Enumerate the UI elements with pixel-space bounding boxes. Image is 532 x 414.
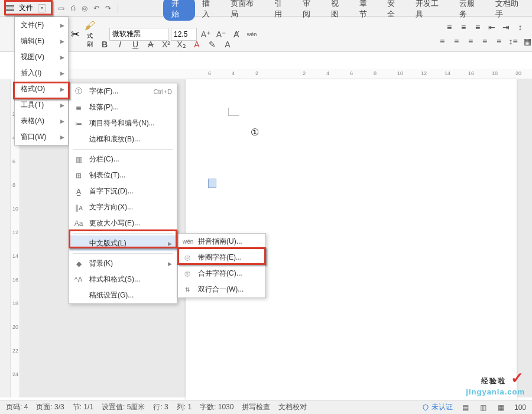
format-menu-item[interactable]: A̲首字下沉(D)...: [69, 183, 177, 199]
status-line[interactable]: 行: 3: [153, 402, 168, 412]
chinese-layout-menu-item[interactable]: ㊫合并字符(C)...: [178, 266, 265, 282]
tab-start[interactable]: 开始: [163, 0, 195, 21]
strike-icon[interactable]: A: [144, 38, 157, 51]
embedded-doc-icon[interactable]: [208, 179, 216, 188]
format-menu-item[interactable]: 中文版式(L)▶: [69, 235, 177, 251]
view-mode-outline-icon[interactable]: ▥: [479, 403, 488, 412]
format-menu-item[interactable]: ᴬA样式和格式(S)...: [69, 271, 177, 287]
file-menu-item[interactable]: 窗口(W)▶: [15, 129, 68, 145]
format-submenu: Ⓣ字体(F)...Ctrl+D≣段落(P)...≔项目符号和编号(N)...边框…: [69, 83, 177, 304]
justify-icon[interactable]: ≡: [478, 35, 491, 48]
status-col[interactable]: 列: 1: [177, 402, 192, 412]
line-spacing-icon[interactable]: ↕≡: [507, 35, 520, 48]
tab-security[interactable]: 安全: [381, 0, 408, 22]
status-proof[interactable]: 文档校对: [278, 402, 307, 412]
status-setvalue[interactable]: 设置值: 5厘米: [102, 402, 145, 412]
underline-icon[interactable]: U: [129, 38, 142, 51]
print-icon[interactable]: ⎙: [68, 4, 77, 13]
tab-doc-assistant[interactable]: 文档助手: [489, 0, 532, 22]
shading-icon[interactable]: ▦: [521, 35, 532, 48]
chinese-layout-submenu: wén拼音指南(U)...㊥带圈字符(E)...㊫合并字符(C)...⇅双行合一…: [177, 233, 266, 298]
align-left-icon[interactable]: ≡: [436, 35, 449, 48]
file-menu-dropdown-icon[interactable]: ▾: [38, 4, 46, 12]
watermark: 经验啦 ✓ jingyanla.com: [466, 369, 525, 396]
chinese-layout-menu-item[interactable]: wén拼音指南(U)...: [178, 234, 265, 250]
show-marks-icon[interactable]: ¶: [528, 21, 532, 34]
status-spell[interactable]: 拼写检查: [242, 402, 270, 412]
file-menu-item[interactable]: 工具(T)▶: [15, 97, 68, 113]
align-right-icon[interactable]: ≡: [464, 35, 477, 48]
divider: [118, 4, 118, 13]
format-menu-item[interactable]: Aa更改大小写(E)...: [69, 215, 177, 231]
format-menu-item[interactable]: ◆背景(K)▶: [69, 255, 177, 271]
format-painter-label[interactable]: 式刷: [85, 32, 95, 48]
format-menu-item[interactable]: ‖ᴀ文字方向(X)...: [69, 199, 177, 215]
format-menu-item[interactable]: ⊞制表位(T)...: [69, 167, 177, 183]
ruler-tick: 16: [12, 277, 18, 283]
font-color-icon[interactable]: A: [190, 38, 203, 51]
preview-icon[interactable]: ◎: [80, 4, 89, 13]
tab-insert[interactable]: 插入: [196, 0, 223, 22]
ruler-tick: 4: [232, 70, 235, 76]
file-menu-item[interactable]: 视图(V)▶: [15, 49, 68, 65]
format-menu-item[interactable]: Ⓣ字体(F)...Ctrl+D: [69, 83, 177, 99]
distribute-icon[interactable]: ≡: [492, 35, 505, 48]
status-unauth[interactable]: 未认证: [422, 402, 453, 412]
tab-cloud[interactable]: 云服务: [453, 0, 488, 22]
phonetic-icon[interactable]: wén: [245, 28, 258, 41]
increase-indent-icon[interactable]: ⇥: [499, 21, 512, 34]
numbering-icon[interactable]: ≡: [457, 21, 470, 34]
chinese-layout-menu-item[interactable]: ⇅双行合一(W)...: [178, 282, 265, 297]
zoom-control[interactable]: 100: [514, 403, 526, 412]
status-section[interactable]: 节: 1/1: [73, 402, 93, 412]
save-icon[interactable]: ▭: [56, 4, 66, 13]
circled-number: ①: [251, 127, 259, 138]
ribbon: ✂ 🖌 式刷 微软雅黑 12.5 A⁺ A⁻ Ⱥ wén B I U A X² …: [0, 17, 532, 52]
bold-icon[interactable]: B: [98, 38, 111, 51]
view-mode-print-icon[interactable]: ▤: [461, 403, 471, 412]
status-bar: 页码: 4 页面: 3/3 节: 1/1 设置值: 5厘米 行: 3 列: 1 …: [0, 400, 532, 414]
format-menu-item[interactable]: ≣段落(P)...: [69, 99, 177, 115]
redo-icon[interactable]: ↷: [103, 4, 113, 13]
subscript-icon[interactable]: X₂: [175, 38, 188, 51]
menu-separator: [73, 149, 173, 150]
file-menu-item[interactable]: 插入(I)▶: [15, 65, 68, 81]
format-menu-item[interactable]: 边框和底纹(B)...: [69, 131, 177, 147]
file-menu-item[interactable]: 表格(A)▶: [15, 113, 68, 129]
ruler-tick: 20: [515, 70, 521, 76]
superscript-icon[interactable]: X²: [160, 38, 173, 51]
ruler-tick: 10: [12, 206, 18, 212]
bullets-icon[interactable]: ≡: [443, 21, 456, 34]
align-center-icon[interactable]: ≡: [450, 35, 463, 48]
tab-references[interactable]: 引用: [268, 0, 296, 22]
file-menu-item[interactable]: 文件(F)▶: [15, 17, 68, 33]
tab-review[interactable]: 审阅: [297, 0, 324, 22]
status-page-no[interactable]: 页码: 4: [6, 402, 28, 412]
decrease-indent-icon[interactable]: ⇤: [485, 21, 498, 34]
format-menu-item[interactable]: 稿纸设置(G)...: [69, 287, 177, 303]
char-shading-icon[interactable]: A: [221, 38, 234, 51]
format-menu-item[interactable]: ▥分栏(C)...: [69, 151, 177, 167]
file-dropdown-menu: 文件(F)▶编辑(E)▶视图(V)▶插入(I)▶格式(O)▶工具(T)▶表格(A…: [14, 17, 69, 145]
file-menu-item[interactable]: 编辑(E)▶: [15, 33, 68, 49]
format-menu-item[interactable]: ≔项目符号和编号(N)...: [69, 115, 177, 131]
ruler-tick: 18: [492, 70, 498, 76]
tab-view[interactable]: 视图: [325, 0, 352, 22]
italic-icon[interactable]: I: [113, 38, 126, 51]
undo-icon[interactable]: ↶: [92, 4, 101, 13]
file-menu-label[interactable]: 文件: [19, 3, 33, 13]
tab-devtools[interactable]: 开发工具: [410, 0, 452, 22]
multilevel-icon[interactable]: ≡: [471, 21, 484, 34]
view-mode-web-icon[interactable]: ▦: [497, 403, 506, 412]
app-menu-icon[interactable]: [5, 4, 14, 13]
status-page[interactable]: 页面: 3/3: [36, 402, 64, 412]
highlight-icon[interactable]: ✎: [206, 38, 219, 51]
file-menu-item[interactable]: 格式(O)▶: [15, 81, 68, 97]
ruler-tick: 12: [421, 70, 427, 76]
status-words[interactable]: 字数: 1030: [200, 402, 233, 412]
sort-icon[interactable]: ↕: [514, 21, 527, 34]
horizontal-ruler[interactable]: 6422468101214161820: [20, 69, 532, 79]
tab-section[interactable]: 章节: [353, 0, 381, 22]
chinese-layout-menu-item[interactable]: ㊥带圈字符(E)...: [178, 250, 265, 266]
tab-page-layout[interactable]: 页面布局: [225, 0, 267, 22]
